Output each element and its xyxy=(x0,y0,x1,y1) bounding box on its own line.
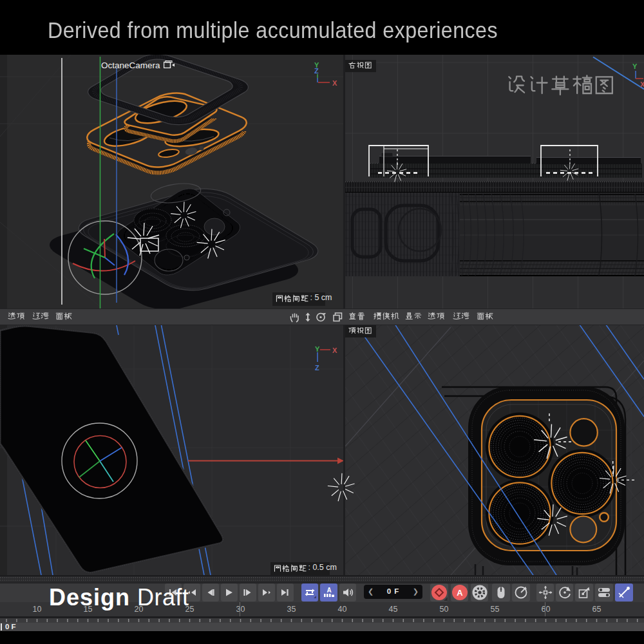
svg-text:X: X xyxy=(332,79,337,87)
svg-text:Z: Z xyxy=(314,67,319,75)
svg-text:Y: Y xyxy=(632,62,638,70)
svg-text:A: A xyxy=(457,588,463,598)
svg-text:X: X xyxy=(332,346,337,354)
svg-text:X: X xyxy=(640,80,644,88)
svg-text:A: A xyxy=(327,587,331,594)
svg-text:Z: Z xyxy=(315,364,319,372)
svg-text:Y: Y xyxy=(315,345,320,353)
